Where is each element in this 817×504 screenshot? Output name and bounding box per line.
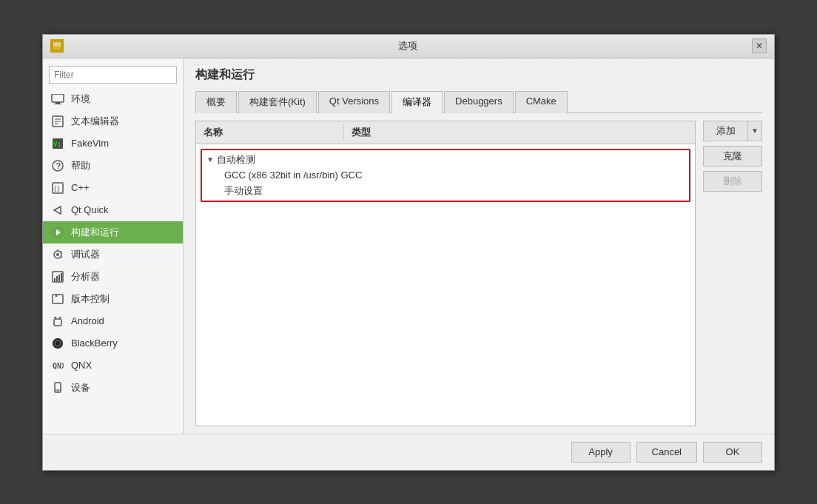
dialog-body: 环境 文本编辑器 Vi FakeVim (43, 58, 774, 434)
tabs: 概要 构建套件(Kit) Qt Versions 编译器 Debuggers C… (195, 90, 762, 113)
cpp-icon: {} (50, 181, 65, 195)
sidebar-item-build-run[interactable]: 构建和运行 (43, 221, 183, 243)
svg-rect-2 (53, 47, 61, 50)
analyzer-icon (50, 269, 65, 284)
add-dropdown-arrow[interactable]: ▼ (747, 121, 762, 141)
sidebar-label-devices: 设备 (71, 381, 90, 394)
svg-marker-16 (54, 206, 61, 214)
options-dialog: 选项 ✕ 环境 (42, 34, 775, 471)
tab-content: 名称 类型 ▼ 自动检测 GCC (x86 32bit in /usr/bin)… (195, 113, 762, 426)
delete-button[interactable]: 删除 (703, 171, 762, 192)
qtquick-icon (50, 203, 65, 218)
svg-text:QNX: QNX (53, 362, 64, 370)
svg-rect-3 (52, 94, 64, 102)
blackberry-icon (50, 336, 65, 351)
svg-rect-26 (56, 276, 58, 281)
svg-rect-25 (54, 278, 56, 281)
devices-icon (50, 380, 65, 395)
tab-qt-versions[interactable]: Qt Versions (318, 91, 390, 113)
svg-point-23 (56, 253, 59, 256)
table-body: ▼ 自动检测 GCC (x86 32bit in /usr/bin) GCC 手… (196, 144, 695, 426)
tab-cmake[interactable]: CMake (515, 91, 568, 113)
sidebar-label-analyzer: 分析器 (71, 270, 100, 283)
action-buttons: 添加 ▼ 克隆 删除 (703, 121, 762, 426)
sidebar-item-text-editor[interactable]: 文本编辑器 (43, 110, 183, 132)
sidebar-item-vcs[interactable]: 版本控制 (43, 288, 183, 310)
sidebar: 环境 文本编辑器 Vi FakeVim (43, 58, 184, 434)
svg-text:{}: {} (53, 186, 61, 192)
svg-point-34 (56, 317, 57, 318)
compiler-table: 名称 类型 ▼ 自动检测 GCC (x86 32bit in /usr/bin)… (195, 121, 696, 426)
page-title: 构建和运行 (195, 67, 762, 83)
auto-detect-header[interactable]: ▼ 自动检测 (204, 152, 687, 168)
apply-button[interactable]: Apply (571, 442, 631, 463)
svg-rect-28 (61, 273, 62, 281)
sidebar-item-cpp[interactable]: {} C++ (43, 177, 183, 199)
text-editor-icon (50, 114, 65, 129)
ok-button[interactable]: OK (703, 442, 762, 463)
sidebar-label-qtquick: Qt Quick (71, 204, 109, 215)
help-icon: ? (50, 158, 65, 173)
build-run-icon (50, 225, 65, 240)
sidebar-label-build-run: 构建和运行 (71, 226, 119, 239)
svg-line-21 (61, 251, 63, 252)
sidebar-label-env: 环境 (71, 93, 90, 106)
tab-summary[interactable]: 概要 (195, 91, 237, 113)
vcs-icon (50, 292, 65, 306)
svg-rect-1 (53, 42, 61, 47)
title-bar: 选项 ✕ (43, 35, 774, 58)
svg-rect-4 (56, 102, 60, 104)
sidebar-item-env[interactable]: 环境 (43, 88, 183, 110)
tab-debuggers[interactable]: Debuggers (444, 91, 514, 113)
svg-text:?: ? (56, 161, 61, 170)
dialog-footer: Apply Cancel OK (43, 434, 774, 470)
add-button[interactable]: 添加 (703, 121, 747, 141)
filter-input[interactable] (49, 66, 177, 84)
sidebar-label-blackberry: BlackBerry (71, 337, 118, 349)
svg-rect-5 (54, 104, 61, 104)
sidebar-label-android: Android (71, 315, 104, 326)
clone-button[interactable]: 克隆 (703, 146, 762, 167)
qnx-icon: QNX (50, 358, 65, 373)
sidebar-item-blackberry[interactable]: BlackBerry (43, 332, 183, 355)
add-button-group: 添加 ▼ (703, 121, 762, 141)
svg-rect-31 (54, 319, 61, 326)
sidebar-item-fakevim[interactable]: Vi FakeVim (43, 132, 183, 155)
sidebar-item-devices[interactable]: 设备 (43, 377, 183, 399)
monitor-icon (50, 92, 65, 107)
sidebar-item-debugger[interactable]: 调试器 (43, 243, 183, 266)
sidebar-label-fakevim: FakeVim (71, 138, 109, 149)
svg-rect-29 (53, 295, 63, 303)
svg-text:Vi: Vi (53, 141, 61, 148)
manual-label[interactable]: 手动设置 (204, 182, 687, 199)
tab-compilers[interactable]: 编译器 (391, 91, 443, 113)
svg-rect-27 (58, 275, 60, 281)
col-type-header: 类型 (344, 124, 695, 141)
auto-detect-group: ▼ 自动检测 GCC (x86 32bit in /usr/bin) GCC 手… (201, 149, 690, 202)
gcc-item[interactable]: GCC (x86 32bit in /usr/bin) GCC (204, 168, 687, 182)
sidebar-label-qnx: QNX (71, 360, 92, 371)
sidebar-label-help: 帮助 (71, 159, 90, 172)
table-header: 名称 类型 (196, 121, 695, 144)
fakevim-icon: Vi (50, 136, 65, 151)
sidebar-item-help[interactable]: ? 帮助 (43, 155, 183, 177)
sidebar-item-analyzer[interactable]: 分析器 (43, 266, 183, 288)
android-icon (50, 314, 65, 329)
sidebar-item-qnx[interactable]: QNX QNX (43, 355, 183, 377)
svg-point-41 (57, 390, 58, 392)
svg-point-35 (59, 317, 61, 318)
debugger-icon (50, 247, 65, 262)
sidebar-item-qtquick[interactable]: Qt Quick (43, 199, 183, 221)
auto-detect-label: 自动检测 (217, 153, 255, 167)
close-button[interactable]: ✕ (752, 38, 767, 53)
cancel-button[interactable]: Cancel (636, 442, 697, 463)
tab-kits[interactable]: 构建套件(Kit) (238, 91, 317, 113)
tree-arrow-icon: ▼ (206, 155, 214, 164)
sidebar-item-android[interactable]: Android (43, 310, 183, 332)
svg-point-36 (53, 338, 63, 349)
dialog-title: 选项 (64, 39, 752, 53)
svg-line-22 (61, 257, 63, 258)
sidebar-label-vcs: 版本控制 (71, 292, 110, 306)
sidebar-label-text-editor: 文本编辑器 (71, 115, 119, 128)
window-controls: ✕ (752, 38, 767, 53)
